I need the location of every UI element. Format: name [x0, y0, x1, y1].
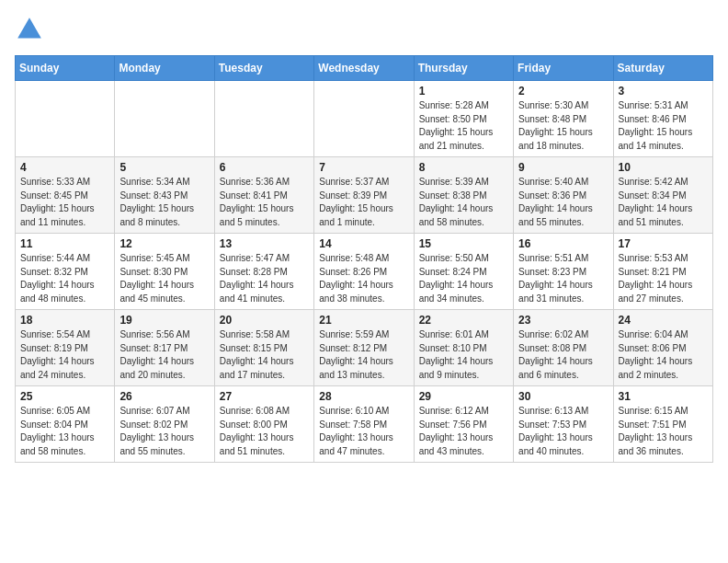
day-detail: Sunrise: 6:02 AM Sunset: 8:08 PM Dayligh… [518, 328, 608, 382]
day-cell: 26Sunrise: 6:07 AM Sunset: 8:02 PM Dayli… [115, 386, 214, 463]
day-detail: Sunrise: 5:59 AM Sunset: 8:12 PM Dayligh… [319, 328, 408, 382]
day-cell: 20Sunrise: 5:58 AM Sunset: 8:15 PM Dayli… [214, 310, 313, 386]
day-detail: Sunrise: 5:54 AM Sunset: 8:19 PM Dayligh… [20, 328, 109, 382]
day-number: 21 [319, 314, 408, 327]
day-number: 23 [518, 314, 608, 327]
day-detail: Sunrise: 6:05 AM Sunset: 8:04 PM Dayligh… [20, 405, 109, 458]
day-detail: Sunrise: 6:08 AM Sunset: 8:00 PM Dayligh… [220, 405, 309, 458]
day-number: 9 [518, 161, 608, 174]
day-detail: Sunrise: 6:13 AM Sunset: 7:53 PM Dayligh… [518, 405, 608, 458]
day-cell: 2Sunrise: 5:30 AM Sunset: 8:48 PM Daylig… [514, 81, 613, 157]
day-cell: 3Sunrise: 5:31 AM Sunset: 8:46 PM Daylig… [613, 81, 712, 157]
day-number: 11 [20, 237, 109, 250]
day-cell: 25Sunrise: 6:05 AM Sunset: 8:04 PM Dayli… [16, 386, 115, 463]
day-number: 27 [220, 390, 309, 403]
day-number: 2 [518, 85, 608, 98]
day-cell [115, 81, 214, 157]
day-header-tuesday: Tuesday [214, 56, 313, 81]
day-number: 24 [619, 314, 708, 327]
day-number: 1 [419, 85, 508, 98]
day-number: 28 [319, 390, 408, 403]
day-number: 4 [20, 161, 109, 174]
day-detail: Sunrise: 5:56 AM Sunset: 8:17 PM Dayligh… [119, 328, 209, 382]
day-header-monday: Monday [115, 56, 214, 81]
day-number: 14 [319, 237, 408, 250]
day-detail: Sunrise: 5:33 AM Sunset: 8:45 PM Dayligh… [20, 176, 109, 229]
day-detail: Sunrise: 5:47 AM Sunset: 8:28 PM Dayligh… [220, 252, 309, 305]
day-detail: Sunrise: 5:51 AM Sunset: 8:23 PM Dayligh… [518, 252, 608, 305]
svg-marker-0 [17, 17, 41, 38]
day-number: 10 [619, 161, 708, 174]
day-number: 25 [20, 390, 109, 403]
day-detail: Sunrise: 5:34 AM Sunset: 8:43 PM Dayligh… [119, 176, 209, 229]
day-cell: 27Sunrise: 6:08 AM Sunset: 8:00 PM Dayli… [214, 386, 313, 463]
day-number: 17 [619, 237, 708, 250]
day-detail: Sunrise: 5:31 AM Sunset: 8:46 PM Dayligh… [619, 99, 708, 153]
day-cell: 22Sunrise: 6:01 AM Sunset: 8:10 PM Dayli… [414, 310, 513, 386]
day-detail: Sunrise: 5:28 AM Sunset: 8:50 PM Dayligh… [419, 99, 508, 153]
day-detail: Sunrise: 5:50 AM Sunset: 8:24 PM Dayligh… [419, 252, 508, 305]
day-header-wednesday: Wednesday [314, 56, 414, 81]
day-cell: 29Sunrise: 6:12 AM Sunset: 7:56 PM Dayli… [414, 386, 513, 463]
day-detail: Sunrise: 5:58 AM Sunset: 8:15 PM Dayligh… [220, 328, 309, 382]
day-number: 7 [319, 161, 408, 174]
day-cell: 9Sunrise: 5:40 AM Sunset: 8:36 PM Daylig… [514, 157, 613, 234]
day-cell: 24Sunrise: 6:04 AM Sunset: 8:06 PM Dayli… [613, 310, 712, 386]
day-number: 12 [119, 237, 209, 250]
day-cell: 4Sunrise: 5:33 AM Sunset: 8:45 PM Daylig… [16, 157, 115, 234]
day-header-thursday: Thursday [414, 56, 513, 81]
day-detail: Sunrise: 5:37 AM Sunset: 8:39 PM Dayligh… [319, 176, 408, 229]
day-cell: 10Sunrise: 5:42 AM Sunset: 8:34 PM Dayli… [613, 157, 712, 234]
day-cell: 1Sunrise: 5:28 AM Sunset: 8:50 PM Daylig… [414, 81, 513, 157]
day-detail: Sunrise: 6:10 AM Sunset: 7:58 PM Dayligh… [319, 405, 408, 458]
day-cell: 8Sunrise: 5:39 AM Sunset: 8:38 PM Daylig… [414, 157, 513, 234]
day-detail: Sunrise: 5:48 AM Sunset: 8:26 PM Dayligh… [319, 252, 408, 305]
day-detail: Sunrise: 5:45 AM Sunset: 8:30 PM Dayligh… [119, 252, 209, 305]
day-number: 5 [119, 161, 209, 174]
day-number: 22 [419, 314, 508, 327]
day-cell: 15Sunrise: 5:50 AM Sunset: 8:24 PM Dayli… [414, 234, 513, 310]
day-cell: 31Sunrise: 6:15 AM Sunset: 7:51 PM Dayli… [613, 386, 712, 463]
day-cell: 30Sunrise: 6:13 AM Sunset: 7:53 PM Dayli… [514, 386, 613, 463]
day-cell [214, 81, 313, 157]
day-detail: Sunrise: 5:44 AM Sunset: 8:32 PM Dayligh… [20, 252, 109, 305]
day-detail: Sunrise: 6:15 AM Sunset: 7:51 PM Dayligh… [619, 405, 708, 458]
day-cell: 7Sunrise: 5:37 AM Sunset: 8:39 PM Daylig… [314, 157, 414, 234]
day-number: 18 [20, 314, 109, 327]
day-cell: 16Sunrise: 5:51 AM Sunset: 8:23 PM Dayli… [514, 234, 613, 310]
day-cell: 6Sunrise: 5:36 AM Sunset: 8:41 PM Daylig… [214, 157, 313, 234]
day-detail: Sunrise: 6:12 AM Sunset: 7:56 PM Dayligh… [419, 405, 508, 458]
header-row: SundayMondayTuesdayWednesdayThursdayFrid… [16, 56, 713, 81]
day-number: 13 [220, 237, 309, 250]
day-cell: 28Sunrise: 6:10 AM Sunset: 7:58 PM Dayli… [314, 386, 414, 463]
day-cell: 5Sunrise: 5:34 AM Sunset: 8:43 PM Daylig… [115, 157, 214, 234]
day-detail: Sunrise: 5:53 AM Sunset: 8:21 PM Dayligh… [619, 252, 708, 305]
day-detail: Sunrise: 5:40 AM Sunset: 8:36 PM Dayligh… [518, 176, 608, 229]
week-row-5: 25Sunrise: 6:05 AM Sunset: 8:04 PM Dayli… [16, 386, 713, 463]
day-number: 8 [419, 161, 508, 174]
day-number: 16 [518, 237, 608, 250]
day-number: 3 [619, 85, 708, 98]
day-cell: 19Sunrise: 5:56 AM Sunset: 8:17 PM Dayli… [115, 310, 214, 386]
day-number: 26 [119, 390, 209, 403]
day-cell: 23Sunrise: 6:02 AM Sunset: 8:08 PM Dayli… [514, 310, 613, 386]
day-number: 29 [419, 390, 508, 403]
week-row-4: 18Sunrise: 5:54 AM Sunset: 8:19 PM Dayli… [16, 310, 713, 386]
day-detail: Sunrise: 6:01 AM Sunset: 8:10 PM Dayligh… [419, 328, 508, 382]
day-detail: Sunrise: 6:07 AM Sunset: 8:02 PM Dayligh… [119, 405, 209, 458]
day-cell: 21Sunrise: 5:59 AM Sunset: 8:12 PM Dayli… [314, 310, 414, 386]
day-cell: 18Sunrise: 5:54 AM Sunset: 8:19 PM Dayli… [16, 310, 115, 386]
day-cell: 11Sunrise: 5:44 AM Sunset: 8:32 PM Dayli… [16, 234, 115, 310]
day-number: 15 [419, 237, 508, 250]
week-row-2: 4Sunrise: 5:33 AM Sunset: 8:45 PM Daylig… [16, 157, 713, 234]
day-cell: 12Sunrise: 5:45 AM Sunset: 8:30 PM Dayli… [115, 234, 214, 310]
day-detail: Sunrise: 5:39 AM Sunset: 8:38 PM Dayligh… [419, 176, 508, 229]
day-number: 20 [220, 314, 309, 327]
day-header-sunday: Sunday [16, 56, 115, 81]
day-cell: 13Sunrise: 5:47 AM Sunset: 8:28 PM Dayli… [214, 234, 313, 310]
day-detail: Sunrise: 5:30 AM Sunset: 8:48 PM Dayligh… [518, 99, 608, 153]
day-cell [314, 81, 414, 157]
day-number: 30 [518, 390, 608, 403]
day-number: 31 [619, 390, 708, 403]
logo [15, 15, 48, 44]
